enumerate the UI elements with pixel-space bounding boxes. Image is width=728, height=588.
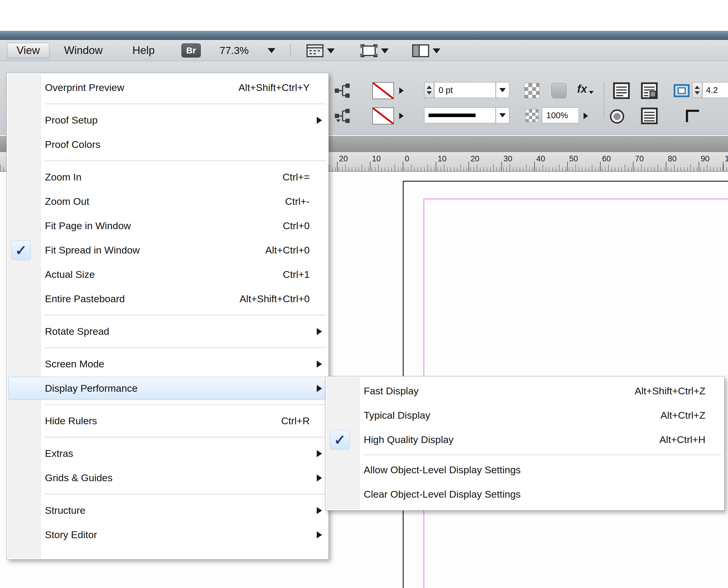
submenu-arrow-icon (317, 117, 322, 124)
arrange-documents-control[interactable] (412, 44, 440, 58)
opacity-checker-button[interactable] (525, 109, 538, 122)
menu-bar: View Window Help Br 77.3% (0, 40, 728, 61)
flyout-arrow-icon (399, 87, 404, 94)
stepper-down-icon (426, 91, 432, 94)
fx-icon: fx (577, 83, 587, 96)
menu-item-typical-display[interactable]: Typical Display Alt+Ctrl+Z (326, 403, 724, 427)
menu-item-rotate-spread[interactable]: Rotate Spread (7, 319, 328, 343)
menu-item-high-quality-display[interactable]: High Quality Display Alt+Ctrl+H (326, 427, 724, 452)
text-wrap-around-button[interactable] (641, 82, 658, 100)
menu-item-label: Display Performance (45, 383, 138, 394)
object-hierarchy-up-button[interactable] (334, 82, 351, 100)
stroke-type-dropdown[interactable] (496, 107, 509, 123)
menu-item-zoom-out[interactable]: Zoom Out Ctrl+- (7, 189, 328, 214)
menu-item-grids-guides[interactable]: Grids & Guides (7, 466, 328, 490)
menu-item-shortcut: Ctrl+R (264, 415, 310, 427)
menu-item-extras[interactable]: Extras (7, 441, 328, 466)
menu-item-proof-colors[interactable]: Proof Colors (7, 132, 328, 157)
corner-radius-control[interactable]: 4.2 (692, 82, 728, 98)
transparency-checker-icon (524, 83, 540, 98)
stroke-weight-field[interactable]: 0 pt (434, 82, 496, 98)
stroke-none-icon (372, 82, 394, 99)
menu-item-fast-display[interactable]: Fast Display Alt+Shift+Ctrl+Z (326, 379, 724, 403)
menu-item-clear-object-level-display-settings[interactable]: Clear Object-Level Display Settings (326, 482, 724, 506)
menu-item-entire-pasteboard[interactable]: Entire Pasteboard Alt+Shift+Ctrl+0 (7, 287, 328, 311)
menu-item-shortcut: Ctrl+- (267, 196, 310, 207)
menu-item-proof-setup[interactable]: Proof Setup (7, 108, 328, 132)
menu-item-label: Proof Colors (45, 139, 100, 150)
menu-item-overprint-preview[interactable]: Overprint Preview Alt+Shift+Ctrl+Y (7, 76, 328, 100)
menu-item-label: Proof Setup (45, 114, 98, 126)
menu-separator (7, 157, 328, 165)
frame-fitting-button[interactable] (673, 82, 690, 100)
menu-window[interactable]: Window (57, 43, 110, 58)
view-options-icon (306, 44, 323, 57)
transparency-button[interactable] (524, 83, 540, 98)
menu-item-allow-object-level-display-settings[interactable]: Allow Object-Level Display Settings (326, 458, 724, 482)
menu-item-screen-mode[interactable]: Screen Mode (7, 352, 328, 376)
menu-item-shortcut: Alt+Ctrl+Z (643, 410, 705, 421)
drop-shadow-button[interactable] (551, 83, 567, 98)
stroke-weight-control[interactable]: 0 pt (424, 82, 509, 98)
menu-view[interactable]: View (7, 43, 49, 58)
menu-item-story-editor[interactable]: Story Editor (7, 523, 328, 547)
corner-radius-field[interactable]: 4.2 (702, 82, 728, 98)
menu-separator (7, 400, 328, 409)
opacity-control[interactable]: 100% (542, 107, 579, 123)
menu-item-structure[interactable]: Structure (7, 498, 328, 523)
text-wrap-around-icon (641, 82, 658, 100)
menu-item-label: Fit Spread in Window (45, 245, 140, 256)
corner-radius-stepper[interactable] (692, 82, 702, 98)
menu-item-label: High Quality Display (364, 434, 453, 445)
menu-help[interactable]: Help (124, 43, 163, 58)
zoom-dropdown-icon[interactable] (268, 48, 275, 53)
text-wrap-none-button[interactable] (613, 82, 630, 100)
opacity-value: 100% (546, 111, 568, 120)
control-panel-content: 0 pt fx (331, 61, 728, 135)
fill-swatch-flyout[interactable] (399, 113, 404, 119)
menu-item-hide-rulers[interactable]: Hide Rulers Ctrl+R (7, 409, 328, 433)
effects-caret-icon (589, 91, 593, 94)
opacity-flyout[interactable] (584, 113, 588, 119)
view-menu-dropdown: Overprint Preview Alt+Shift+Ctrl+Y Proof… (6, 73, 329, 560)
stepper-up-icon (426, 86, 432, 89)
menu-item-actual-size[interactable]: Actual Size Ctrl+1 (7, 262, 328, 287)
object-hierarchy-down-button[interactable] (334, 107, 351, 126)
menu-item-shortcut: Alt+Shift+Ctrl+0 (222, 293, 310, 304)
menu-item-zoom-in[interactable]: Zoom In Ctrl+= (7, 165, 328, 189)
stroke-weight-dropdown[interactable] (496, 82, 509, 98)
stroke-type-field[interactable] (424, 107, 496, 123)
submenu-arrow-icon (317, 450, 322, 457)
fill-none-swatch[interactable] (372, 107, 394, 124)
menu-item-fit-page-in-window[interactable]: Fit Page in Window Ctrl+0 (7, 214, 328, 238)
arrange-documents-caret-icon (433, 48, 440, 54)
corner-options-button[interactable] (685, 108, 702, 126)
screen-mode-caret-icon (381, 48, 389, 54)
stroke-type-control[interactable] (424, 107, 509, 123)
menu-item-display-performance[interactable]: Display Performance (7, 376, 328, 400)
stroke-weight-stepper[interactable] (424, 82, 434, 98)
stroke-none-swatch[interactable] (372, 82, 394, 99)
bridge-button[interactable]: Br (181, 43, 201, 58)
screen-mode-control[interactable] (361, 44, 389, 58)
text-frame-options-button[interactable] (641, 107, 658, 126)
stroke-swatch-flyout[interactable] (399, 87, 404, 94)
application-window: View Window Help Br 77.3% (0, 0, 728, 588)
menu-item-label: Story Editor (45, 529, 97, 541)
object-hierarchy-down-icon (334, 107, 351, 126)
opacity-field[interactable]: 100% (542, 107, 579, 123)
margin-guide-top (424, 198, 728, 199)
menu-item-label: Zoom In (45, 171, 82, 183)
menu-separator (326, 452, 724, 458)
effects-button[interactable]: fx (577, 83, 593, 96)
stroke-style-preview (429, 113, 476, 117)
menu-item-label: Hide Rulers (45, 415, 97, 427)
menu-item-label: Clear Object-Level Display Settings (364, 488, 521, 500)
zoom-level-value[interactable]: 77.3% (220, 40, 249, 61)
dropdown-caret-icon (499, 113, 506, 118)
menu-item-fit-spread-in-window[interactable]: Fit Spread in Window Alt+Ctrl+0 (7, 238, 328, 262)
feather-button[interactable] (608, 108, 626, 126)
submenu-arrow-icon (317, 328, 322, 335)
page-edge-top (403, 181, 728, 182)
view-options-control[interactable] (306, 44, 335, 58)
